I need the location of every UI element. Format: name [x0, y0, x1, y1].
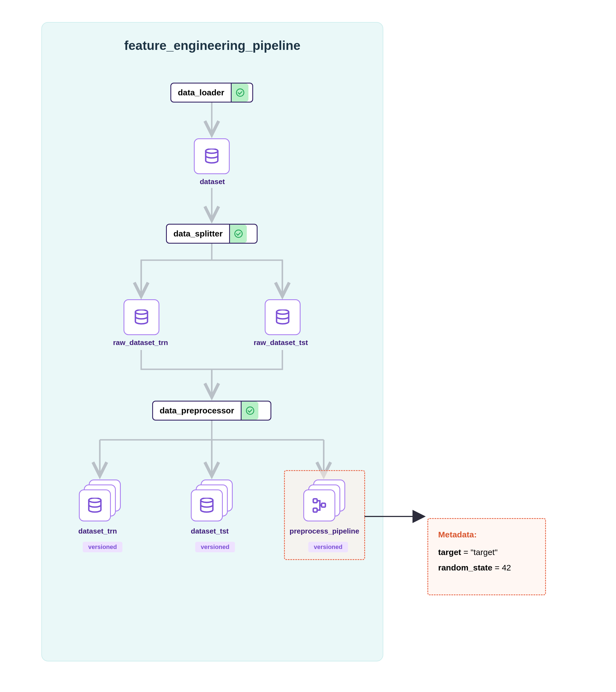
database-icon: [200, 498, 214, 513]
versioned-badge: versioned: [308, 542, 348, 552]
step-label: data_loader: [171, 88, 231, 97]
database-icon: [88, 498, 102, 513]
branch3-connector: [81, 420, 345, 478]
step-data-loader[interactable]: data_loader: [170, 83, 253, 103]
artifact-dataset[interactable]: [194, 138, 230, 174]
arrow-icon: [211, 188, 212, 223]
callout-arrow: [364, 515, 428, 518]
versioned-badge: versioned: [83, 542, 123, 552]
metadata-row: target = "target": [438, 547, 535, 557]
artifact-label: preprocess_pipeline: [290, 527, 359, 536]
pipeline-icon: [312, 498, 326, 513]
versioned-badge: versioned: [195, 542, 235, 552]
artifact-label: dataset: [42, 177, 383, 186]
database-icon: [205, 149, 219, 164]
metadata-callout: Metadata: target = "target" random_state…: [427, 518, 546, 595]
database-icon: [134, 309, 148, 325]
artifact-label: raw_dataset_tst: [254, 339, 308, 347]
artifact-label: dataset_trn: [78, 527, 117, 536]
branch-connector: [125, 244, 299, 299]
step-data-splitter[interactable]: data_splitter: [166, 224, 257, 244]
step-data-preprocessor[interactable]: data_preprocessor: [152, 401, 271, 420]
database-icon: [276, 309, 290, 325]
artifact-raw-dataset-tst[interactable]: [265, 299, 301, 335]
step-label: data_preprocessor: [153, 406, 241, 415]
artifact-preprocess-pipeline[interactable]: [303, 479, 345, 521]
status-success-icon: [231, 84, 249, 102]
artifact-dataset-trn[interactable]: [79, 479, 121, 521]
pipeline-title: feature_engineering_pipeline: [42, 38, 383, 53]
merge-connector: [125, 350, 299, 399]
status-success-icon: [241, 402, 258, 420]
arrow-icon: [211, 103, 212, 137]
artifact-raw-dataset-trn[interactable]: [124, 299, 160, 335]
artifact-dataset-tst[interactable]: [191, 479, 233, 521]
pipeline-container: feature_engineering_pipeline data_loader…: [41, 22, 383, 662]
artifact-label: dataset_tst: [191, 527, 229, 536]
status-success-icon: [229, 224, 247, 243]
artifact-label: raw_dataset_trn: [113, 339, 168, 347]
step-label: data_splitter: [167, 229, 229, 238]
metadata-row: random_state = 42: [438, 563, 535, 572]
metadata-heading: Metadata:: [438, 530, 535, 539]
